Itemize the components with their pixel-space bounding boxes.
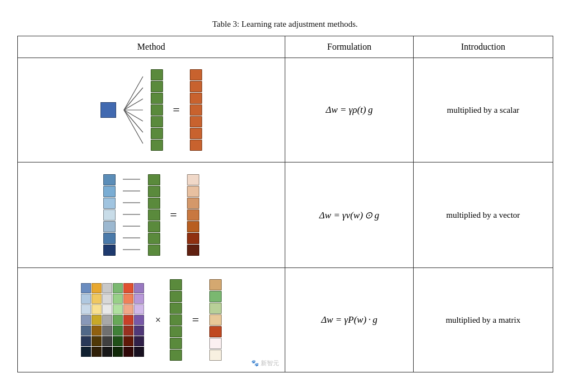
- header-method: Method: [17, 36, 285, 58]
- formula-cell-1: Δw = γρ(t) g: [285, 58, 414, 162]
- orange-stack-1: [190, 69, 202, 151]
- diagram-matrix: × =: [22, 274, 281, 366]
- formula-cell-3: Δw = γP(w) · g: [285, 268, 414, 372]
- equals-2: =: [170, 208, 177, 222]
- intro-text-3: multiplied by a matrix: [418, 315, 548, 325]
- connector-svg-2: [122, 174, 141, 256]
- matrix-grid: [81, 283, 144, 357]
- table-title: Table 3: Learning rate adjustment method…: [17, 20, 553, 29]
- equals-3: =: [192, 313, 199, 327]
- header-formulation: Formulation: [285, 36, 414, 58]
- equals-1: =: [173, 103, 180, 117]
- page-container: Table 3: Learning rate adjustment method…: [17, 20, 553, 372]
- table-row: = Δw: [17, 58, 553, 162]
- intro-text-2: multiplied by a vector: [418, 211, 548, 220]
- method-cell-1: =: [17, 58, 285, 162]
- watermark-text: 新智元: [261, 359, 279, 367]
- connector-svg-1: [123, 71, 144, 149]
- diagram-scalar: =: [22, 64, 281, 156]
- svg-line-0: [124, 77, 143, 110]
- watermark-icon: 🐾: [251, 360, 259, 367]
- header-introduction: Introduction: [414, 36, 553, 58]
- table-row: = Δw: [17, 162, 553, 268]
- formula-cell-2: Δw = γv(w) ⊙ g: [285, 162, 414, 268]
- intro-cell-3: multiplied by a matrix: [414, 268, 553, 372]
- intro-cell-2: multiplied by a vector: [414, 162, 553, 268]
- svg-line-6: [124, 110, 143, 144]
- header-row: Method Formulation Introduction: [17, 36, 553, 58]
- table-row: × =: [17, 268, 553, 372]
- green-stack-2: [148, 174, 160, 256]
- diagram-vector: =: [22, 168, 281, 262]
- result-stack-2: [187, 174, 199, 256]
- blue-gradient-stack: [103, 174, 116, 256]
- intro-cell-1: multiplied by a scalar: [414, 58, 553, 162]
- main-table: Method Formulation Introduction: [17, 36, 553, 372]
- formula-text-1: Δw = γρ(t) g: [290, 104, 409, 116]
- watermark: 🐾 新智元: [251, 359, 279, 367]
- times-sign: ×: [155, 314, 161, 326]
- intro-text-1: multiplied by a scalar: [418, 106, 548, 115]
- green-stack-3: [170, 279, 182, 361]
- formula-text-3: Δw = γP(w) · g: [290, 314, 409, 326]
- result-stack-3: [209, 279, 222, 361]
- green-stack-1: [151, 69, 163, 151]
- svg-line-5: [124, 110, 143, 132]
- svg-line-1: [124, 88, 143, 110]
- single-cube: [100, 102, 116, 118]
- method-cell-3: × =: [17, 268, 285, 372]
- method-cell-2: =: [17, 162, 285, 268]
- formula-text-2: Δw = γv(w) ⊙ g: [290, 209, 409, 221]
